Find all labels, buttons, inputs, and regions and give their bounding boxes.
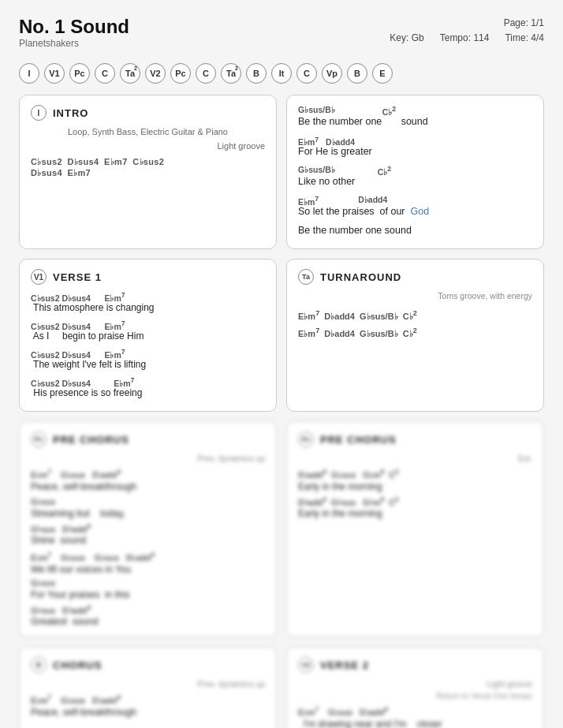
chorus-line5: Be the number one sound xyxy=(298,225,532,236)
chorus-lyric3: Like no other xyxy=(298,176,532,187)
intro-title: INTRO xyxy=(53,107,88,119)
pre-chorus-left-badge: Pc xyxy=(31,431,47,447)
time-info: Time: 4/4 xyxy=(505,31,544,46)
turnaround-subtitle: Toms groove, with energy xyxy=(298,291,532,301)
bridge-left-title: CHORUS xyxy=(53,659,102,671)
chorus-lyric2: For He is greater xyxy=(298,146,532,157)
intro-chords1: Csus2 Dsus4 Em7 Csus2 xyxy=(31,157,265,167)
intro-subtitle2: Light groove xyxy=(31,141,265,151)
chorus-line3: Gsus/B C2 Like no other xyxy=(298,165,532,187)
turnaround-title: TURNAROUND xyxy=(320,271,401,283)
nav-bar: I V1 Pc C Ta2 V2 Pc C Ta2 B It C Vp B E xyxy=(19,63,544,84)
nav-C3[interactable]: C xyxy=(296,63,317,84)
nav-B[interactable]: B xyxy=(246,63,267,84)
chorus-line1: Gsus/B C2 Be the number one sound xyxy=(298,105,532,127)
nav-Vp[interactable]: Vp xyxy=(322,63,342,84)
nav-Ta2[interactable]: Ta2 xyxy=(221,63,241,84)
verse1-title: VERSE 1 xyxy=(53,271,102,283)
chorus-line2: Em7 Dadd4 For He is greater xyxy=(298,135,532,157)
nav-V2[interactable]: V2 xyxy=(145,63,166,84)
verse2-badge: V2 xyxy=(298,657,314,673)
nav-Pc2[interactable]: Pc xyxy=(170,63,191,84)
turnaround-chords: Em7 Dadd4 Gsus/B C2 Em7 Dadd4 Gsus/B C2 xyxy=(298,307,532,342)
chorus-line4: Em7 Dadd4 So let the praises of our God xyxy=(298,195,532,217)
nav-Pc1[interactable]: Pc xyxy=(69,63,90,84)
nav-B2[interactable]: B xyxy=(347,63,367,84)
pre-chorus-right-section: Pc PRE CHORUS Ext. Dadd4 Gsus Gm9 C2 Ear… xyxy=(286,421,544,637)
verse2-title: VERSE 2 xyxy=(320,659,369,671)
chorus-lyric4: So let the praises of our God xyxy=(298,206,532,217)
v1-line3: Csus2 Dsus4 Em7 The weight I've felt is … xyxy=(31,348,265,370)
nav-I[interactable]: I xyxy=(19,63,39,84)
verse2-section: V2 VERSE 2 Light groove Return to Verse … xyxy=(286,647,544,728)
turnaround-section: Ta TURNAROUND Toms groove, with energy E… xyxy=(286,259,544,412)
intro-section: I INTRO Loop, Synth Bass, Electric Guita… xyxy=(19,95,277,249)
chorus-right-section: Gsus/B C2 Be the number one sound Em7 Da… xyxy=(286,95,544,249)
v1-line4: Csus2 Dsus4 Em7 His presence is so freei… xyxy=(31,376,265,398)
verse1-badge: V1 xyxy=(31,269,47,285)
pre-chorus-left-title: PRE CHORUS xyxy=(53,434,129,446)
pre-chorus-right-badge: Pc xyxy=(298,431,314,447)
song-title: No. 1 Sound xyxy=(19,16,129,38)
page-info: Page: 1/1 xyxy=(390,16,544,31)
nav-C2[interactable]: C xyxy=(196,63,216,84)
pre-chorus-right-title: PRE CHORUS xyxy=(320,434,397,446)
artist-name: Planetshakers xyxy=(19,38,129,49)
nav-E[interactable]: E xyxy=(372,63,393,84)
v1-line1: Csus2 Dsus4 Em7 This atmosphere is chang… xyxy=(31,291,265,313)
intro-subtitle: Loop, Synth Bass, Electric Guitar & Pian… xyxy=(31,127,265,136)
pre-chorus-left-section: Pc PRE CHORUS Prev. dynamics up Em7 Gsus… xyxy=(19,421,277,637)
nav-Ta1[interactable]: Ta2 xyxy=(120,63,140,84)
nav-C1[interactable]: C xyxy=(95,63,115,84)
intro-badge: I xyxy=(31,105,47,121)
chorus-lyric1: Be the number one sound xyxy=(298,116,532,127)
bridge-left-section: B CHORUS Prev. dynamics up Em7 Gsus Dadd… xyxy=(19,647,277,728)
turnaround-badge: Ta xyxy=(298,269,314,285)
verse1-section: V1 VERSE 1 Csus2 Dsus4 Em7 This atmosphe… xyxy=(19,259,277,412)
intro-chords2: Dsus4 Em7 xyxy=(31,168,265,178)
v1-line2: Csus2 Dsus4 Em7 As I begin to praise Him xyxy=(31,319,265,342)
nav-V1[interactable]: V1 xyxy=(44,63,65,84)
key-info: Key: Gb xyxy=(390,31,423,46)
nav-It[interactable]: It xyxy=(271,63,292,84)
bridge-left-badge: B xyxy=(31,657,47,673)
tempo-info: Tempo: 114 xyxy=(440,31,490,46)
